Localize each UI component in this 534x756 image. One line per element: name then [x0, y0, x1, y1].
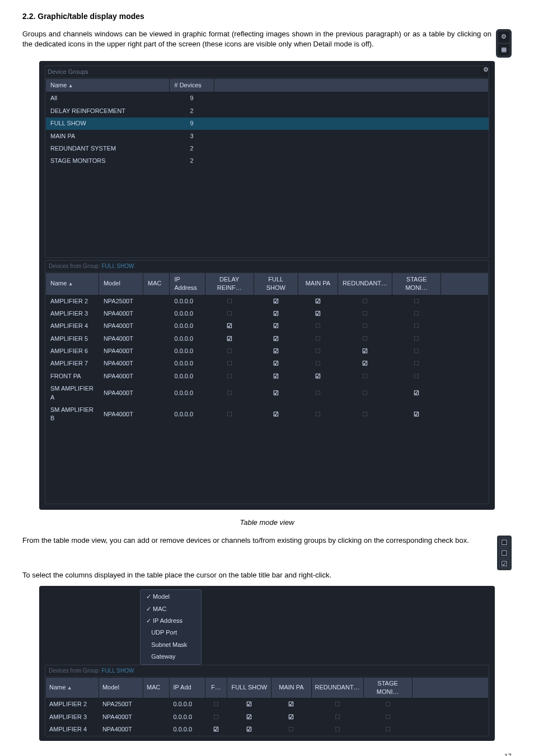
col-name[interactable]: Name — [46, 78, 170, 92]
checkbox-icon[interactable] — [362, 335, 368, 342]
cell-stage[interactable] — [392, 358, 441, 370]
cell-full[interactable] — [227, 698, 271, 711]
cell-main[interactable] — [271, 724, 311, 736]
cell-delay[interactable] — [205, 404, 254, 425]
cell-delay[interactable] — [205, 295, 254, 307]
cell-redund[interactable] — [338, 358, 392, 370]
cell-full[interactable] — [254, 332, 298, 345]
table-row[interactable]: AMPLIFIER 3NPA4000T0.0.0.0 — [46, 307, 489, 320]
checkbox-icon[interactable] — [273, 360, 279, 367]
col-full[interactable]: FULL SHOW — [227, 677, 271, 698]
cell-redund[interactable] — [338, 345, 392, 358]
col-main[interactable]: MAIN PA — [271, 677, 311, 698]
cell-f[interactable] — [205, 724, 227, 736]
checkbox-icon[interactable] — [227, 298, 232, 304]
checkbox-icon[interactable] — [335, 701, 340, 707]
column-context-menu[interactable]: ModelMACIP AddressUDP PortSubnet MaskGat… — [140, 589, 202, 664]
cell-full[interactable] — [254, 383, 298, 404]
cell-delay[interactable] — [205, 320, 254, 332]
checkbox-icon[interactable] — [273, 310, 279, 317]
table-row[interactable]: AMPLIFIER 2NPA2500T0.0.0.0 — [46, 698, 489, 711]
checkbox-icon[interactable] — [273, 389, 279, 396]
cell-main[interactable] — [298, 358, 338, 370]
cell-redund[interactable] — [338, 320, 392, 332]
cell-redund[interactable] — [311, 698, 363, 711]
context-menu-item[interactable]: MAC — [140, 603, 201, 615]
checkbox-icon[interactable] — [288, 726, 294, 732]
checkbox-icon[interactable] — [315, 335, 321, 342]
table-row[interactable]: FRONT PANPA4000T0.0.0.0 — [46, 370, 489, 382]
cell-delay[interactable] — [205, 332, 254, 345]
col-mac[interactable]: MAC — [143, 677, 170, 698]
cell-f[interactable] — [205, 711, 227, 723]
cell-full[interactable] — [254, 345, 298, 358]
col-model[interactable]: Model — [99, 677, 143, 698]
cell-stage[interactable] — [363, 698, 412, 711]
checkbox-icon[interactable] — [273, 335, 279, 342]
checkbox-icon[interactable] — [362, 373, 368, 379]
context-menu-item[interactable]: Gateway — [140, 651, 201, 663]
cell-main[interactable] — [298, 307, 338, 320]
table-row[interactable]: REDUNDANT SYSTEM2 — [46, 142, 489, 154]
cell-main[interactable] — [298, 345, 338, 358]
cell-redund[interactable] — [338, 332, 392, 345]
table-row[interactable]: SM AMPLIFIER ANPA4000T0.0.0.0 — [46, 383, 489, 404]
table-row[interactable]: AMPLIFIER 2NPA2500T0.0.0.0 — [46, 295, 489, 307]
cell-full[interactable] — [254, 370, 298, 382]
context-menu-item[interactable]: IP Address — [140, 615, 201, 627]
checkbox-icon[interactable] — [315, 389, 321, 396]
col-ip[interactable]: IP Add — [170, 677, 205, 698]
cell-main[interactable] — [271, 711, 311, 723]
checkbox-icon[interactable] — [213, 701, 219, 707]
checkbox-icon[interactable] — [414, 360, 419, 367]
checkbox-icon[interactable] — [335, 713, 340, 720]
cell-main[interactable] — [298, 370, 338, 382]
col-name[interactable]: Name — [46, 273, 99, 295]
col-redund[interactable]: REDUNDANT… — [338, 273, 392, 295]
checkbox-icon[interactable] — [414, 322, 419, 329]
checkbox-icon[interactable] — [414, 335, 419, 342]
checkbox-icon[interactable] — [414, 298, 419, 304]
cell-stage[interactable] — [392, 307, 441, 320]
checkbox-icon[interactable] — [362, 389, 368, 396]
cell-redund[interactable] — [311, 711, 363, 723]
cell-delay[interactable] — [205, 307, 254, 320]
checkbox-icon[interactable] — [414, 373, 419, 379]
table-row[interactable]: SM AMPLIFIER BNPA4000T0.0.0.0 — [46, 404, 489, 425]
col-name[interactable]: Name — [46, 677, 99, 698]
cell-redund[interactable] — [338, 295, 392, 307]
cell-stage[interactable] — [363, 724, 412, 736]
table-row[interactable]: AMPLIFIER 7NPA4000T0.0.0.0 — [46, 358, 489, 370]
checkbox-icon[interactable] — [246, 713, 252, 720]
checkbox-icon[interactable] — [414, 310, 419, 317]
col-ip[interactable]: IP Address — [170, 273, 205, 295]
checkbox-icon[interactable] — [315, 348, 321, 354]
checkbox-icon[interactable] — [227, 348, 232, 354]
context-menu-item[interactable]: Subnet Mask — [140, 639, 201, 651]
cell-stage[interactable] — [392, 332, 441, 345]
col-main[interactable]: MAIN PA — [298, 273, 338, 295]
cell-full[interactable] — [254, 404, 298, 425]
table-view-icon[interactable] — [498, 44, 509, 55]
col-model[interactable]: Model — [99, 273, 143, 295]
cell-stage[interactable] — [392, 370, 441, 382]
cell-full[interactable] — [227, 711, 271, 723]
cell-full[interactable] — [254, 307, 298, 320]
cell-stage[interactable] — [363, 711, 412, 723]
cell-delay[interactable] — [205, 345, 254, 358]
cell-stage[interactable] — [392, 320, 441, 332]
cell-stage[interactable] — [392, 295, 441, 307]
cell-main[interactable] — [271, 698, 311, 711]
table-row[interactable]: AMPLIFIER 5NPA4000T0.0.0.0 — [46, 332, 489, 345]
cell-main[interactable] — [298, 332, 338, 345]
col-mac[interactable]: MAC — [143, 273, 170, 295]
checkbox-icon[interactable] — [213, 713, 219, 720]
checkbox-icon[interactable] — [362, 411, 368, 417]
checkbox-icon[interactable] — [288, 713, 294, 720]
checkbox-icon[interactable] — [362, 360, 368, 367]
cell-full[interactable] — [254, 295, 298, 307]
checkbox-icon[interactable] — [315, 360, 321, 367]
checkbox-icon[interactable] — [227, 389, 232, 396]
checkbox-icon[interactable] — [335, 726, 340, 732]
checkbox-icon[interactable] — [362, 322, 368, 329]
